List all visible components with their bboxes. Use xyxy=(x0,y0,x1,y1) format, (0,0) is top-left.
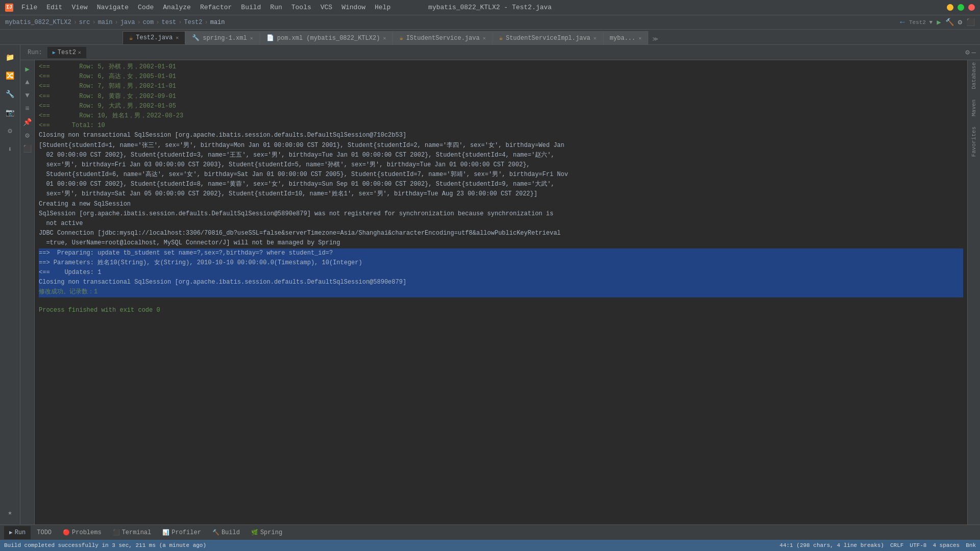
breadcrumb-item-test[interactable]: test xyxy=(161,19,176,26)
tab-close-icon[interactable]: ✕ xyxy=(639,35,642,41)
bottom-tab-label: Problems xyxy=(72,529,102,536)
window-title: mybatis_0822_KTLX2 - Test2.java xyxy=(428,4,552,11)
console-line: Student{studentId=6, name='高达', sex='女',… xyxy=(39,170,963,180)
breadcrumb-item-test2[interactable]: Test2 xyxy=(184,19,203,26)
status-right-item[interactable]: UTF-8 xyxy=(910,542,926,548)
breadcrumb-item-mybatis0822ktlx2[interactable]: mybatis_0822_KTLX2 xyxy=(5,19,71,26)
run-icon: ▶ xyxy=(9,529,13,536)
gear-icon[interactable]: ⚙ xyxy=(2,122,18,139)
tab-close-icon[interactable]: ✕ xyxy=(483,35,486,41)
menu-item-navigate[interactable]: Navigate xyxy=(93,3,133,12)
rerun-button[interactable]: ▶ xyxy=(22,63,33,74)
run-label: Run: xyxy=(24,49,45,56)
project-view-icon[interactable]: 📁 xyxy=(2,49,18,65)
console-line: Creating a new SqlSession xyxy=(39,199,963,209)
status-right-item[interactable]: 4 spaces xyxy=(933,542,960,548)
breadcrumb-item-java[interactable]: java xyxy=(120,19,135,26)
status-left: Build completed successfully in 3 sec, 2… xyxy=(4,542,206,548)
bottom-tab-terminal[interactable]: ⬛Terminal xyxy=(108,526,157,539)
tab-myba[interactable]: myba... ✕ xyxy=(603,31,648,44)
menu-item-vcs[interactable]: VCS xyxy=(316,3,336,12)
tab-close-icon[interactable]: ✕ xyxy=(176,35,179,41)
bottom-tab-spring[interactable]: 🌿Spring xyxy=(246,526,287,539)
breadcrumb-item-src[interactable]: src xyxy=(79,19,90,26)
nav-buttons[interactable]: ← Test2 ▼ ▶ 🔨 ⚙ ⬛ xyxy=(900,18,975,27)
breadcrumb-separator: › xyxy=(92,19,95,26)
breadcrumb-item-main[interactable]: main xyxy=(98,19,113,26)
run-tab-label: Test2 xyxy=(58,49,76,56)
console-line: sex='男', birthday=Sat Jan 05 00:00:00 CS… xyxy=(39,189,963,199)
left-sidebar-icons: 📁 🔀 🔧 📷 ⚙ ⬇ ★ xyxy=(0,45,20,524)
tab-spring-xml[interactable]: 🔧 spring-1.xml ✕ xyxy=(185,31,259,44)
camera-icon[interactable]: 📷 xyxy=(2,104,18,120)
breadcrumb-item-com[interactable]: com xyxy=(143,19,154,26)
menu-item-code[interactable]: Code xyxy=(134,3,158,12)
maximize-button[interactable] xyxy=(958,4,964,11)
nav-back-icon[interactable]: ← xyxy=(900,18,905,27)
status-right-item[interactable]: Bnk xyxy=(966,542,976,548)
menu-item-view[interactable]: View xyxy=(67,3,91,12)
menu-item-refactor[interactable]: Refactor xyxy=(196,3,236,12)
scroll-down-button[interactable]: ▼ xyxy=(22,90,33,101)
menu-item-build[interactable]: Build xyxy=(237,3,265,12)
bottom-tab-profiler[interactable]: 📊Profiler xyxy=(157,526,206,539)
bottom-tab-build[interactable]: 🔨Build xyxy=(207,526,245,539)
stop-run-button[interactable]: ⬛ xyxy=(22,143,33,154)
close-button[interactable] xyxy=(968,4,975,11)
run-icon[interactable]: ▶ xyxy=(937,18,941,27)
database-label[interactable]: Database xyxy=(971,62,977,89)
menu-item-file[interactable]: File xyxy=(17,3,41,12)
console-output[interactable]: <== Row: 5, 孙棋，男，2002-01-01<== Row: 6, 高… xyxy=(35,60,967,524)
console-line: Closing non transactional SqlSession [or… xyxy=(39,278,963,287)
bookmark-icon[interactable]: ★ xyxy=(2,504,18,520)
breadcrumb-separator: › xyxy=(156,19,159,26)
wrench-icon[interactable]: 🔧 xyxy=(2,86,18,102)
scroll-up-button[interactable]: ▲ xyxy=(22,77,33,88)
tab-more-button[interactable]: ≫ xyxy=(648,34,663,44)
run-settings-icon[interactable]: ⚙ xyxy=(965,48,969,57)
bottom-tab-run[interactable]: ▶Run xyxy=(4,526,31,539)
settings-run-button[interactable]: ⚙ xyxy=(22,130,33,141)
tab-istudent-service[interactable]: ☕ IStudentService.java ✕ xyxy=(393,31,492,44)
pin-tab-button[interactable]: 📌 xyxy=(22,116,33,128)
bottom-tab-todo[interactable]: TODO xyxy=(32,526,57,539)
menu-item-tools[interactable]: Tools xyxy=(287,3,315,12)
tab-student-service-impl[interactable]: ☕ StudentServiceImpl.java ✕ xyxy=(493,31,603,44)
tab-test2[interactable]: ☕ Test2.java ✕ xyxy=(122,31,185,44)
tab-icon: 🔧 xyxy=(192,34,200,42)
menu-item-run[interactable]: Run xyxy=(266,3,286,12)
stop-icon[interactable]: ⬛ xyxy=(966,18,975,27)
run-close-panel-icon[interactable]: — xyxy=(972,48,976,57)
nav-dropdown[interactable]: Test2 ▼ xyxy=(909,19,933,26)
breadcrumb-separator: › xyxy=(74,19,77,26)
maven-label[interactable]: Maven xyxy=(971,99,977,116)
menu-item-help[interactable]: Help xyxy=(371,3,395,12)
tab-pom-xml[interactable]: 📄 pom.xml (mybatis_0822_KTLX2) ✕ xyxy=(260,31,393,44)
settings-icon[interactable]: ⚙ xyxy=(958,18,962,27)
git-icon[interactable]: 🔀 xyxy=(2,67,18,84)
run-tab-test2[interactable]: ▶ Test2 ✕ xyxy=(47,47,86,58)
minimize-button[interactable] xyxy=(947,4,953,11)
menu-item-analyze[interactable]: Analyze xyxy=(159,3,195,12)
tab-close-icon[interactable]: ✕ xyxy=(383,35,386,41)
menu-item-edit[interactable]: Edit xyxy=(42,3,66,12)
status-right-item[interactable]: 44:1 (298 chars, 4 line breaks) xyxy=(779,542,884,548)
tab-icon: ☕ xyxy=(499,34,503,42)
window-controls[interactable] xyxy=(947,4,975,11)
bottom-tab-label: TODO xyxy=(37,529,52,536)
dump-threads-button[interactable]: ≡ xyxy=(22,103,33,114)
tab-close-icon[interactable]: ✕ xyxy=(594,35,597,41)
console-line: <== Row: 5, 孙棋，男，2002-01-01 xyxy=(39,62,963,72)
bottom-tab-problems[interactable]: 🔴Problems xyxy=(58,526,107,539)
build-icon[interactable]: 🔨 xyxy=(945,18,954,27)
right-sidebar: Database Maven Favorites xyxy=(967,60,980,524)
status-right-item[interactable]: CRLF xyxy=(890,542,903,548)
run-tab-close-icon[interactable]: ✕ xyxy=(78,49,81,56)
tab-close-icon[interactable]: ✕ xyxy=(250,35,253,41)
favorites-label[interactable]: Favorites xyxy=(971,127,977,157)
download-icon[interactable]: ⬇ xyxy=(2,141,18,157)
menu-bar[interactable]: FileEditViewNavigateCodeAnalyzeRefactorB… xyxy=(17,3,395,12)
breadcrumb-item-main[interactable]: main xyxy=(210,19,225,26)
menu-item-window[interactable]: Window xyxy=(337,3,370,12)
breadcrumb-separator: › xyxy=(178,19,182,26)
